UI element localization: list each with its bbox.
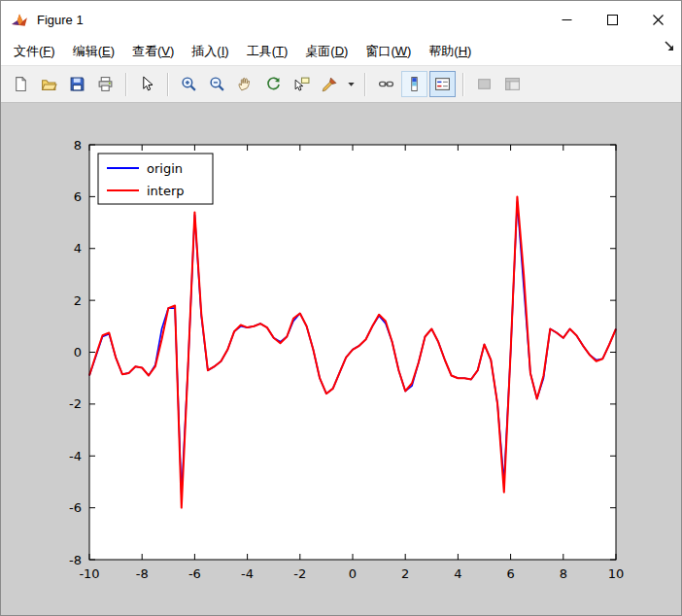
menu-file[interactable]: 文件(F) <box>5 39 64 64</box>
new-figure-button[interactable] <box>8 71 34 97</box>
minimize-button[interactable] <box>544 1 590 38</box>
printer-icon <box>97 76 114 92</box>
data-cursor-button[interactable] <box>289 71 315 97</box>
y-tick-label: 2 <box>74 293 82 308</box>
open-folder-icon <box>41 76 57 92</box>
x-tick-label: 6 <box>506 566 514 581</box>
maximize-button[interactable] <box>590 1 635 38</box>
menu-insert[interactable]: 插入(I) <box>183 39 237 64</box>
y-tick-label: 8 <box>74 138 82 153</box>
new-file-icon <box>13 76 29 92</box>
zoom-in-icon <box>181 76 197 92</box>
menu-overflow-icon[interactable] <box>663 40 676 53</box>
save-figure-button[interactable] <box>64 71 90 97</box>
close-icon <box>653 15 664 25</box>
legend-icon <box>434 76 451 92</box>
close-button[interactable] <box>635 1 681 38</box>
zoom-out-icon <box>209 76 225 92</box>
window-title: Figure 1 <box>37 13 84 27</box>
save-icon <box>69 76 85 92</box>
toolbar-separator <box>364 73 366 96</box>
matlab-figure-icon <box>11 11 28 28</box>
hand-icon <box>237 76 254 92</box>
rotate-3d-button[interactable] <box>260 71 287 97</box>
data-cursor-icon <box>293 76 310 92</box>
legend-label: origin <box>147 161 183 176</box>
insert-colorbar-button[interactable] <box>401 71 427 97</box>
y-tick-label: 6 <box>74 189 82 204</box>
plot-background <box>89 145 616 560</box>
open-file-button[interactable] <box>36 71 62 97</box>
y-tick-label: -6 <box>69 500 82 515</box>
figure-toolbar <box>1 66 681 103</box>
menu-window[interactable]: 窗口(W) <box>357 39 420 64</box>
insert-legend-button[interactable] <box>429 71 456 97</box>
pan-button[interactable] <box>232 71 258 97</box>
x-tick-label: -4 <box>241 566 254 581</box>
y-tick-label: 0 <box>74 345 82 359</box>
show-plot-tools-button[interactable] <box>499 71 526 97</box>
x-tick-label: 0 <box>349 566 357 581</box>
y-tick-label: -2 <box>69 396 82 411</box>
x-tick-label: -6 <box>188 566 201 581</box>
legend[interactable]: origininterp <box>98 154 213 204</box>
colorbar-icon <box>406 76 423 92</box>
menu-bar: 文件(F) 编辑(E) 查看(V) 插入(I) 工具(T) 桌面(D) 窗口(W… <box>1 38 681 66</box>
y-tick-label: -8 <box>69 553 82 567</box>
menu-help[interactable]: 帮助(H) <box>420 39 480 64</box>
brush-icon <box>322 76 338 92</box>
x-tick-label: -2 <box>293 566 306 581</box>
toolbar-separator <box>167 73 169 96</box>
x-tick-label: 10 <box>608 566 625 581</box>
axes-plot[interactable]: -10-8-6-4-20246810-8-6-4-202468originint… <box>1 103 681 615</box>
maximize-icon <box>607 15 618 25</box>
menu-desktop[interactable]: 桌面(D) <box>296 39 357 64</box>
figure-canvas: -10-8-6-4-20246810-8-6-4-202468originint… <box>1 103 681 615</box>
menu-tools[interactable]: 工具(T) <box>238 39 297 64</box>
window-controls <box>544 1 681 38</box>
edit-plot-button[interactable] <box>134 71 160 97</box>
y-tick-label: -4 <box>69 449 82 463</box>
title-bar[interactable]: Figure 1 <box>1 1 681 38</box>
chevron-down-icon <box>346 76 357 92</box>
hide-plot-tools-button[interactable] <box>471 71 497 97</box>
x-tick-label: 4 <box>454 566 461 581</box>
rotate-icon <box>265 76 282 92</box>
x-tick-label: -10 <box>79 566 99 581</box>
minimize-icon <box>562 15 572 25</box>
hide-plot-tools-icon <box>476 76 493 92</box>
toolbar-separator <box>462 73 464 96</box>
menu-edit[interactable]: 编辑(E) <box>64 39 123 64</box>
legend-label: interp <box>147 184 185 198</box>
figure-window: Figure 1 文件(F) 编辑(E) 查看(V) 插入(I) 工具(T) 桌… <box>0 0 682 616</box>
cursor-arrow-icon <box>139 76 155 92</box>
y-tick-label: 4 <box>74 241 82 256</box>
brush-dropdown-button[interactable] <box>345 71 358 97</box>
x-tick-label: 8 <box>560 566 567 581</box>
x-tick-label: -8 <box>136 566 149 581</box>
x-tick-label: 2 <box>401 566 409 581</box>
print-figure-button[interactable] <box>92 71 119 97</box>
zoom-in-button[interactable] <box>176 71 202 97</box>
zoom-out-button[interactable] <box>204 71 230 97</box>
show-plot-tools-icon <box>504 76 521 92</box>
menu-view[interactable]: 查看(V) <box>123 39 183 64</box>
link-plot-button[interactable] <box>373 71 399 97</box>
link-icon <box>378 76 394 92</box>
toolbar-separator <box>125 73 127 96</box>
brush-button[interactable] <box>317 71 343 97</box>
